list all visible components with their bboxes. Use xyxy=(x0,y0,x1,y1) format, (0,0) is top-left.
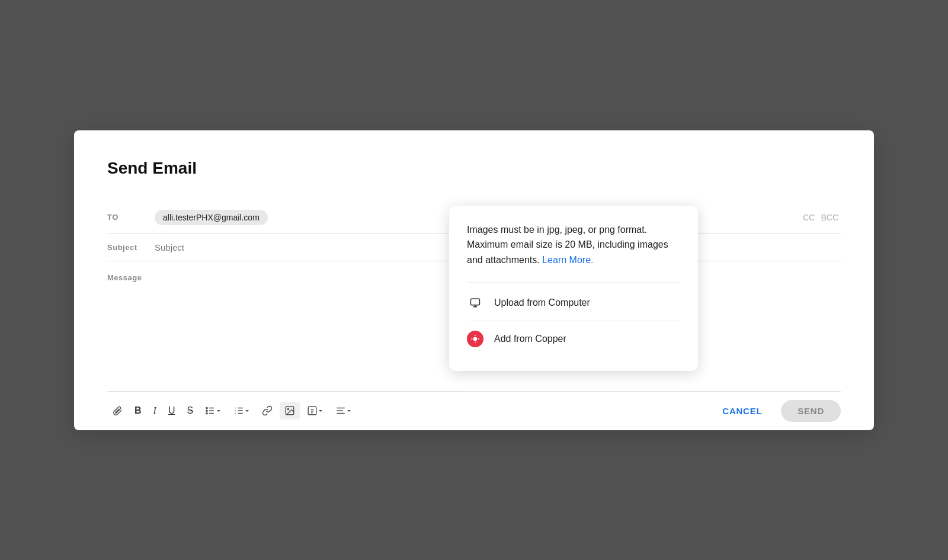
svg-point-6 xyxy=(206,410,207,411)
send-email-dialog: Send Email TO alli.testerPHX@gmail.com C… xyxy=(74,130,874,430)
numbered-list-button[interactable] xyxy=(229,402,255,420)
svg-rect-0 xyxy=(471,299,480,305)
tooltip-description: Images must be in jpg, jpeg, or png form… xyxy=(467,222,680,268)
upload-label: Upload from Computer xyxy=(494,297,590,308)
add-from-copper-option[interactable]: Add from Copper xyxy=(467,321,680,357)
monitor-icon xyxy=(467,295,483,311)
image-button[interactable] xyxy=(280,402,300,420)
cancel-button[interactable]: CANCEL xyxy=(710,401,774,421)
subject-label: Subject xyxy=(107,243,155,252)
blockquote-button[interactable] xyxy=(302,402,328,420)
send-button[interactable]: SEND xyxy=(781,400,841,422)
align-button[interactable] xyxy=(331,402,357,420)
learn-more-link[interactable]: Learn More. xyxy=(542,255,593,265)
email-chip[interactable]: alli.testerPHX@gmail.com xyxy=(155,210,268,225)
italic-button[interactable]: I xyxy=(149,402,161,420)
cc-button[interactable]: CC xyxy=(803,213,815,222)
bold-button[interactable]: B xyxy=(130,402,146,420)
cc-bcc-controls: CC BCC xyxy=(803,213,841,222)
message-label: Message xyxy=(107,272,155,282)
tooltip-divider xyxy=(467,282,680,283)
to-label: TO xyxy=(107,213,155,222)
bcc-button[interactable]: BCC xyxy=(821,213,838,222)
svg-point-1 xyxy=(473,337,478,341)
link-button[interactable] xyxy=(257,402,277,420)
copper-label: Add from Copper xyxy=(494,334,566,344)
attachment-button[interactable] xyxy=(107,402,127,420)
dialog-title: Send Email xyxy=(107,159,841,178)
bullet-list-button[interactable] xyxy=(200,402,226,420)
svg-point-5 xyxy=(206,407,207,408)
upload-from-computer-option[interactable]: Upload from Computer xyxy=(467,285,680,321)
svg-point-7 xyxy=(206,412,207,414)
toolbar: B I U S xyxy=(107,392,841,430)
svg-point-12 xyxy=(287,408,289,409)
overlay: Send Email TO alli.testerPHX@gmail.com C… xyxy=(0,0,948,560)
underline-button[interactable]: U xyxy=(164,402,180,420)
strikethrough-button[interactable]: S xyxy=(182,402,198,420)
copper-icon xyxy=(467,331,483,347)
image-tooltip-popup: Images must be in jpg, jpeg, or png form… xyxy=(449,206,698,371)
